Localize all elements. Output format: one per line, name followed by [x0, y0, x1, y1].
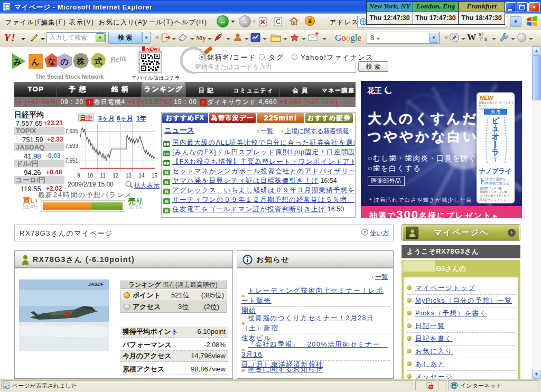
- svg-text:の: の: [60, 57, 68, 66]
- svg-text:?: ?: [363, 230, 367, 235]
- svg-text:式: 式: [94, 57, 102, 66]
- svg-text:株: 株: [77, 57, 86, 66]
- svg-text:み: み: [13, 57, 21, 66]
- svg-text:ん: ん: [31, 57, 39, 66]
- svg-text:な: な: [48, 57, 55, 66]
- svg-text:JASDF: JASDF: [88, 282, 104, 287]
